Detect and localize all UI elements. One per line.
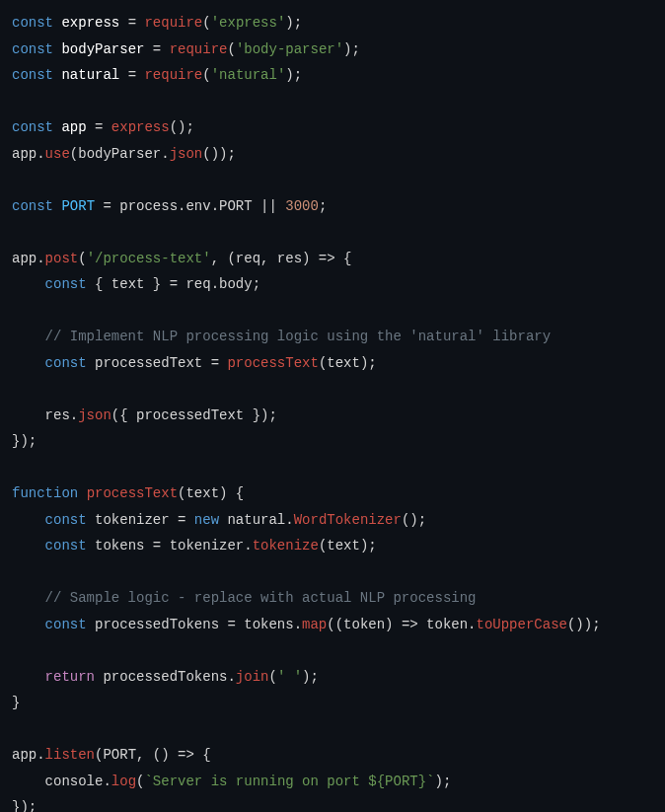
punct: (); xyxy=(402,512,426,528)
keyword: const xyxy=(12,41,53,57)
indent xyxy=(12,276,45,292)
punct: ); xyxy=(285,67,302,83)
identifier: processedTokens = tokens. xyxy=(87,617,302,632)
code-line: const processedTokens = tokens.map((toke… xyxy=(12,617,601,632)
constant: PORT xyxy=(61,198,95,214)
code-line: res.json({ processedText }); xyxy=(12,407,277,423)
keyword: const xyxy=(45,512,87,528)
punct: ( xyxy=(268,669,276,685)
punct: ; xyxy=(319,198,327,214)
code-line: // Implement NLP processing logic using … xyxy=(12,329,551,344)
keyword: return xyxy=(45,669,95,685)
code-line: app.post('/process-text', (req, res) => … xyxy=(12,251,351,266)
code-line: }); xyxy=(12,433,37,449)
punct: ( xyxy=(78,251,86,266)
indent xyxy=(12,538,45,554)
code-block: const express = require('express'); cons… xyxy=(12,10,653,812)
code-line: const tokens = tokenizer.tokenize(text); xyxy=(12,538,377,554)
punct: ()); xyxy=(567,617,601,632)
string: 'express' xyxy=(211,15,286,31)
expression: = process.env.PORT || xyxy=(95,198,285,214)
code-line: const { text } = req.body; xyxy=(12,276,260,292)
identifier: processedTokens. xyxy=(95,669,236,685)
args: (text); xyxy=(319,538,377,554)
string: '/process-text' xyxy=(87,251,211,266)
keyword: const xyxy=(12,119,53,135)
keyword: const xyxy=(12,15,53,31)
function-call: require xyxy=(170,41,228,57)
class-name: WordTokenizer xyxy=(294,512,402,528)
method: use xyxy=(45,146,70,162)
code-line: function processText(text) { xyxy=(12,485,244,501)
punct: (bodyParser. xyxy=(70,146,170,162)
punct: }); xyxy=(12,799,37,812)
method: join xyxy=(236,669,269,685)
keyword: new xyxy=(194,512,219,528)
comment: // Sample logic - replace with actual NL… xyxy=(45,590,477,606)
operator: = xyxy=(87,119,111,135)
comment: // Implement NLP processing logic using … xyxy=(45,329,551,344)
punct: ); xyxy=(285,15,302,31)
identifier: app xyxy=(61,119,86,135)
function-call: processText xyxy=(227,355,318,371)
indent xyxy=(12,407,45,423)
identifier: app. xyxy=(12,146,45,162)
operator: = xyxy=(119,67,144,83)
method: toUpperCase xyxy=(477,617,567,632)
punct: } xyxy=(12,695,20,710)
indent xyxy=(12,590,45,606)
function-call: require xyxy=(144,15,202,31)
identifier: bodyParser xyxy=(61,41,144,57)
method: listen xyxy=(45,747,95,763)
args: ({ processedText }); xyxy=(111,407,277,423)
keyword: const xyxy=(12,198,53,214)
identifier: processedText = xyxy=(87,355,228,371)
code-line: const processedText = processText(text); xyxy=(12,355,377,371)
keyword: const xyxy=(45,617,87,632)
code-line: // Sample logic - replace with actual NL… xyxy=(12,590,476,606)
code-line: const bodyParser = require('body-parser'… xyxy=(12,41,360,57)
code-line: app.listen(PORT, () => { xyxy=(12,747,211,763)
punct: (); xyxy=(170,119,194,135)
method: map xyxy=(302,617,327,632)
method: json xyxy=(78,407,111,423)
method: tokenize xyxy=(253,538,319,554)
punct: ( xyxy=(202,67,210,83)
args: (PORT, () => { xyxy=(95,747,211,763)
method: post xyxy=(45,251,79,266)
code-line: const natural = require('natural'); xyxy=(12,67,302,83)
function-call: express xyxy=(111,119,170,135)
punct: ()); xyxy=(202,146,236,162)
indent xyxy=(12,774,45,789)
code-line: return processedTokens.join(' '); xyxy=(12,669,319,685)
identifier: tokens = tokenizer. xyxy=(87,538,253,554)
code-line: } xyxy=(12,695,20,710)
keyword: const xyxy=(12,67,53,83)
params: (text) { xyxy=(178,485,244,501)
code-line: console.log(`Server is running on port $… xyxy=(12,774,451,789)
code-line: const PORT = process.env.PORT || 3000; xyxy=(12,198,327,214)
function-name: processText xyxy=(87,485,178,501)
template-string: `Server is running on port ${PORT}` xyxy=(144,774,434,789)
identifier: console. xyxy=(45,774,111,789)
keyword: const xyxy=(45,355,87,371)
keyword: const xyxy=(45,538,87,554)
args: (text); xyxy=(319,355,377,371)
keyword: const xyxy=(45,276,87,292)
operator: = xyxy=(119,15,144,31)
code-line: const tokenizer = new natural.WordTokeni… xyxy=(12,512,426,528)
identifier: natural xyxy=(61,67,119,83)
string: ' ' xyxy=(277,669,302,685)
indent xyxy=(12,512,45,528)
arrow-fn: , (req, res) => { xyxy=(211,251,352,266)
indent xyxy=(12,355,45,371)
identifier: res. xyxy=(45,407,79,423)
punct: ( xyxy=(202,15,210,31)
method: log xyxy=(111,774,136,789)
indent xyxy=(12,329,45,344)
code-line: }); xyxy=(12,799,37,812)
destructure: { text } = req.body; xyxy=(87,276,260,292)
punct: ( xyxy=(227,41,235,57)
operator: = xyxy=(144,41,169,57)
identifier: app. xyxy=(12,251,45,266)
